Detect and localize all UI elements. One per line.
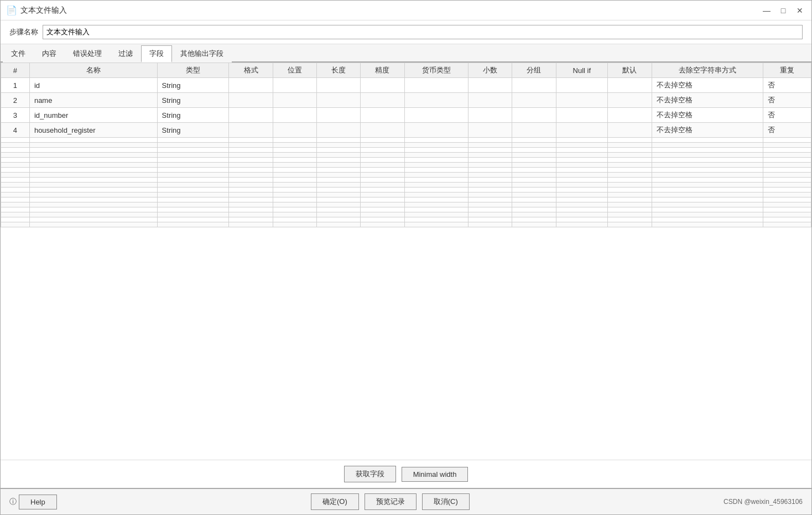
cell-length[interactable] xyxy=(316,183,360,188)
cell-precision[interactable] xyxy=(361,143,404,148)
maximize-button[interactable]: □ xyxy=(777,4,789,17)
cell-default[interactable] xyxy=(608,217,652,222)
cell-format[interactable] xyxy=(229,108,273,123)
tab-other[interactable]: 其他输出字段 xyxy=(172,45,232,63)
cell-format[interactable] xyxy=(229,202,273,207)
cell-name[interactable] xyxy=(29,168,157,173)
cell-type[interactable] xyxy=(157,153,229,158)
table-row[interactable] xyxy=(1,148,811,153)
cell-pos[interactable] xyxy=(273,212,316,217)
cell-pos[interactable] xyxy=(273,178,316,183)
cell-pos[interactable] xyxy=(273,78,316,93)
cell-precision[interactable] xyxy=(361,193,404,197)
cell-pos[interactable] xyxy=(273,123,316,138)
cell-format[interactable] xyxy=(229,78,273,93)
cell-type[interactable] xyxy=(157,197,229,202)
cell-currency[interactable] xyxy=(404,138,468,143)
cell-precision[interactable] xyxy=(361,78,404,93)
cell-currency[interactable] xyxy=(404,163,468,168)
cell-nullif[interactable] xyxy=(556,188,608,193)
cell-pos[interactable] xyxy=(273,168,316,173)
cell-repeat[interactable] xyxy=(763,158,811,163)
cell-precision[interactable] xyxy=(361,197,404,202)
cell-trim[interactable]: 不去掉空格 xyxy=(652,108,763,123)
cell-nullif[interactable] xyxy=(556,138,608,143)
cell-pos[interactable] xyxy=(273,138,316,143)
cell-default[interactable] xyxy=(608,207,652,212)
tab-filter[interactable]: 过滤 xyxy=(110,45,141,63)
cell-name[interactable] xyxy=(29,178,157,183)
cell-group[interactable] xyxy=(512,108,556,123)
cell-name[interactable] xyxy=(29,212,157,217)
cell-default[interactable] xyxy=(608,158,652,163)
cell-trim[interactable] xyxy=(652,163,763,168)
cell-currency[interactable] xyxy=(404,93,468,108)
table-row[interactable] xyxy=(1,138,811,143)
cell-precision[interactable] xyxy=(361,212,404,217)
cell-trim[interactable] xyxy=(652,202,763,207)
table-row[interactable] xyxy=(1,202,811,207)
cell-precision[interactable] xyxy=(361,148,404,153)
cell-length[interactable] xyxy=(316,153,360,158)
minimize-button[interactable]: — xyxy=(761,4,773,17)
cell-num[interactable] xyxy=(1,143,30,148)
cell-repeat[interactable]: 否 xyxy=(763,93,811,108)
cell-nullif[interactable] xyxy=(556,143,608,148)
table-row[interactable] xyxy=(1,183,811,188)
cell-repeat[interactable] xyxy=(763,207,811,212)
cell-default[interactable] xyxy=(608,183,652,188)
cell-currency[interactable] xyxy=(404,212,468,217)
cell-type[interactable] xyxy=(157,207,229,212)
cell-currency[interactable] xyxy=(404,222,468,227)
cell-default[interactable] xyxy=(608,202,652,207)
cell-decimal[interactable] xyxy=(468,143,512,148)
cell-trim[interactable] xyxy=(652,168,763,173)
cell-decimal[interactable] xyxy=(468,93,512,108)
cell-precision[interactable] xyxy=(361,183,404,188)
cell-pos[interactable] xyxy=(273,217,316,222)
cell-nullif[interactable] xyxy=(556,193,608,197)
cell-length[interactable] xyxy=(316,148,360,153)
cell-num[interactable]: 4 xyxy=(1,123,30,138)
cell-trim[interactable] xyxy=(652,178,763,183)
cell-format[interactable] xyxy=(229,123,273,138)
cell-num[interactable] xyxy=(1,217,30,222)
table-row[interactable] xyxy=(1,158,811,163)
table-row[interactable] xyxy=(1,217,811,222)
cell-length[interactable] xyxy=(316,138,360,143)
cell-repeat[interactable] xyxy=(763,217,811,222)
cell-name[interactable]: household_register xyxy=(29,123,157,138)
minimal-width-button[interactable]: Minimal width xyxy=(402,467,469,482)
cell-length[interactable] xyxy=(316,188,360,193)
cell-type[interactable] xyxy=(157,178,229,183)
cell-currency[interactable] xyxy=(404,168,468,173)
cell-format[interactable] xyxy=(229,168,273,173)
cell-group[interactable] xyxy=(512,173,556,178)
cell-nullif[interactable] xyxy=(556,123,608,138)
cell-default[interactable] xyxy=(608,193,652,197)
cell-length[interactable] xyxy=(316,173,360,178)
cell-type[interactable] xyxy=(157,143,229,148)
cell-format[interactable] xyxy=(229,193,273,197)
cell-trim[interactable] xyxy=(652,138,763,143)
cell-num[interactable] xyxy=(1,153,30,158)
cell-decimal[interactable] xyxy=(468,148,512,153)
cell-decimal[interactable] xyxy=(468,153,512,158)
cell-trim[interactable] xyxy=(652,207,763,212)
cell-name[interactable] xyxy=(29,153,157,158)
cell-currency[interactable] xyxy=(404,217,468,222)
cell-nullif[interactable] xyxy=(556,153,608,158)
cell-precision[interactable] xyxy=(361,123,404,138)
cell-type[interactable] xyxy=(157,158,229,163)
cell-type[interactable] xyxy=(157,202,229,207)
table-row[interactable] xyxy=(1,153,811,158)
cell-name[interactable]: name xyxy=(29,93,157,108)
cell-repeat[interactable] xyxy=(763,168,811,173)
cell-pos[interactable] xyxy=(273,173,316,178)
cell-name[interactable]: id_number xyxy=(29,108,157,123)
cell-name[interactable] xyxy=(29,138,157,143)
cell-repeat[interactable] xyxy=(763,173,811,178)
cell-currency[interactable] xyxy=(404,153,468,158)
table-row[interactable] xyxy=(1,212,811,217)
cell-currency[interactable] xyxy=(404,202,468,207)
